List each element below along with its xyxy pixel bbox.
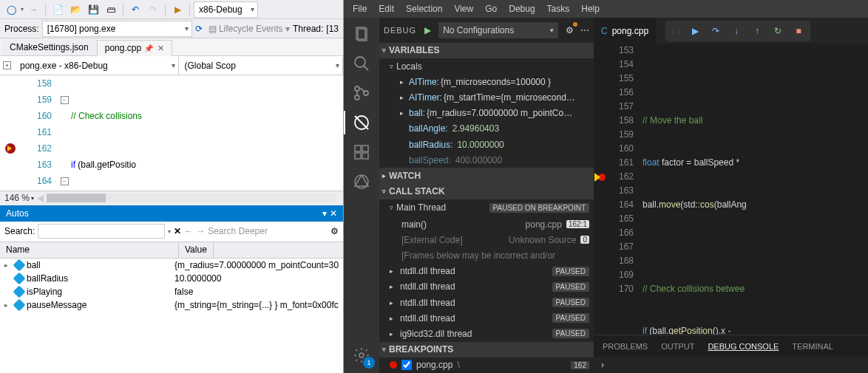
breakpoint-row[interactable]: pong.cpp \ 162 [379, 357, 594, 373]
variable-row[interactable]: ▸AITime: {m_microseconds=100000 } [379, 74, 594, 89]
menu-go[interactable]: Go [479, 0, 503, 18]
search-icon[interactable] [351, 53, 372, 74]
fold-icon[interactable]: − [61, 96, 69, 104]
auto-row[interactable]: ▸pauseMessage{m_string={m_string={...} }… [0, 298, 343, 312]
callstack-header[interactable]: ▿CALL STACK [379, 184, 594, 199]
step-out-button[interactable]: ↑ [750, 24, 764, 38]
nav-toggle-icon[interactable]: + [3, 61, 11, 69]
menu-debug[interactable]: Debug [503, 0, 540, 18]
step-over-button[interactable]: ↷ [708, 24, 723, 38]
thread-row[interactable]: ▸ntdll.dll threadPAUSED [379, 295, 594, 310]
variable-row[interactable]: ballSpeed: 400.000000 [379, 152, 594, 168]
breakpoint-current-icon[interactable] [5, 143, 16, 154]
debug-start-button[interactable]: ▶ [419, 25, 435, 35]
variable-row[interactable]: ▸ball: {m_radius=7.00000000 m_pointCo… [379, 106, 594, 121]
thread-row[interactable]: ▸ig9icd32.dll threadPAUSED [379, 326, 594, 341]
cmake-icon[interactable] [351, 171, 372, 192]
variables-header[interactable]: ▿VARIABLES [379, 43, 594, 58]
search-fwd-icon[interactable]: → [196, 226, 205, 236]
settings-icon[interactable]: 1 [351, 345, 372, 366]
continue-button[interactable]: ▶ [688, 24, 702, 38]
breakpoint-current-icon[interactable] [598, 174, 606, 181]
forward-button[interactable]: → [25, 1, 41, 18]
save-all-icon[interactable]: 🗃 [103, 1, 119, 18]
thread-row[interactable]: ▸ntdll.dll threadPAUSED [379, 264, 594, 279]
col-value[interactable]: Value [179, 242, 214, 258]
back-button[interactable]: ◯ [3, 1, 19, 18]
restart-button[interactable]: ↻ [770, 24, 785, 38]
scope-combo[interactable]: pong.exe - x86-Debug [14, 57, 179, 75]
panel-terminal[interactable]: TERMINAL [792, 342, 833, 351]
tab-cmakesettings[interactable]: CMakeSettings.json [1, 39, 97, 55]
breakpoint-gutter[interactable] [0, 75, 21, 191]
col-name[interactable]: Name [0, 242, 179, 258]
debug-toolbar[interactable]: ⋮⋮ ▶ ↷ ↓ ↑ ↻ ■ [665, 21, 810, 41]
redo-icon[interactable]: ↷ [145, 1, 161, 18]
explorer-icon[interactable] [351, 24, 372, 44]
code-area[interactable]: // Move the ball float factor = ballSpee… [642, 44, 868, 335]
variable-row[interactable]: ▸AITimer: {m_startTime={m_microsecond… [379, 89, 594, 105]
refresh-icon[interactable]: ⟳ [195, 24, 203, 34]
pin-icon[interactable]: 📌 [144, 44, 153, 52]
auto-row[interactable]: ▸ball{m_radius=7.00000000 m_pointCount=3… [0, 259, 343, 272]
stack-frame[interactable]: [External Code]Unknown Source0 [379, 232, 594, 247]
close-icon[interactable]: ✕ [157, 44, 164, 53]
debug-config-dropdown[interactable]: No Configurations▾ [438, 22, 558, 38]
undo-icon[interactable]: ↶ [127, 1, 143, 18]
drag-grip-icon[interactable]: ⋮⋮ [670, 27, 682, 35]
bp-gutter[interactable] [594, 44, 610, 335]
stop-button[interactable]: ■ [791, 24, 806, 38]
clear-icon[interactable]: ✕ [174, 226, 181, 236]
menu-edit[interactable]: Edit [373, 0, 400, 18]
tab-pong-cpp[interactable]: pong.cpp📌✕ [97, 40, 172, 56]
breadcrumb-chevron-icon[interactable]: › [594, 360, 611, 370]
step-into-button[interactable]: ↓ [729, 24, 744, 38]
breakpoints-header[interactable]: ▿BREAKPOINTS [379, 342, 594, 357]
menu-view[interactable]: View [448, 0, 479, 18]
menu-help[interactable]: Help [575, 0, 606, 18]
breakpoint-checkbox[interactable] [401, 360, 412, 370]
h-scrollbar[interactable] [47, 194, 336, 202]
select-startup-icon[interactable]: ▶ [169, 1, 186, 18]
auto-row[interactable]: isPlayingfalse [0, 285, 343, 298]
zoom-label[interactable]: 146 % [4, 193, 30, 203]
config-combo[interactable]: x86-Debug [194, 1, 258, 18]
vsc-code-editor[interactable]: 153154155 156157158 159160161 162163164 … [594, 44, 868, 335]
open-file-icon[interactable]: 📂 [67, 1, 84, 18]
thread-row[interactable]: ▸ntdll.dll threadPAUSED [379, 310, 594, 326]
settings-icon[interactable]: ⚙ [330, 226, 339, 236]
extensions-icon[interactable] [351, 142, 372, 162]
fold-gutter[interactable]: − − [58, 75, 71, 191]
save-icon[interactable]: 💾 [85, 1, 101, 18]
auto-row[interactable]: ballRadius10.0000000 [0, 272, 343, 285]
panel-output[interactable]: OUTPUT [661, 342, 694, 351]
scm-icon[interactable] [351, 83, 372, 103]
code-area[interactable]: // Check collisions if (ball.getPositio … [71, 75, 343, 191]
debug-more-icon[interactable]: ⋯ [580, 25, 589, 35]
menu-tasks[interactable]: Tasks [541, 0, 576, 18]
dropdown-icon[interactable]: ▾ [322, 208, 327, 219]
panel-problems[interactable]: PROBLEMS [603, 342, 648, 351]
panel-debug-console[interactable]: DEBUG CONSOLE [708, 342, 779, 351]
fold-icon[interactable]: − [61, 177, 69, 185]
process-combo[interactable]: [16780] pong.exe [42, 21, 192, 37]
editor-tab-pong[interactable]: Cpong.cpp [594, 18, 657, 44]
vs-code-editor[interactable]: 158159160 161162163 164165166 − − // Che… [0, 75, 343, 191]
search-back-icon[interactable]: ← [184, 226, 193, 236]
locals-header[interactable]: ▿Locals [379, 58, 594, 74]
variable-row[interactable]: ballAngle: 2.94960403 [379, 121, 594, 137]
debug-config-gear-icon[interactable]: ⚙ [561, 22, 577, 38]
search-deeper-button[interactable]: Search Deeper [208, 226, 328, 236]
debug-icon[interactable] [351, 112, 372, 133]
variable-row[interactable]: ballRadius: 10.0000000 [379, 137, 594, 152]
thread-row[interactable]: ▸ntdll.dll threadPAUSED [379, 279, 594, 295]
stack-frame[interactable]: main()pong.cpp162:1 [379, 216, 594, 232]
thread-main[interactable]: ▿Main ThreadPAUSED ON BREAKPOINT [379, 199, 594, 216]
scope-combo-2[interactable]: (Global Scop [179, 57, 344, 75]
new-file-icon[interactable]: 📄 [50, 1, 66, 18]
menu-file[interactable]: File [347, 0, 373, 18]
watch-header[interactable]: ▸WATCH [379, 168, 594, 183]
close-panel-icon[interactable]: ✕ [330, 208, 337, 219]
menu-selection[interactable]: Selection [400, 0, 448, 18]
search-input[interactable] [38, 224, 165, 239]
